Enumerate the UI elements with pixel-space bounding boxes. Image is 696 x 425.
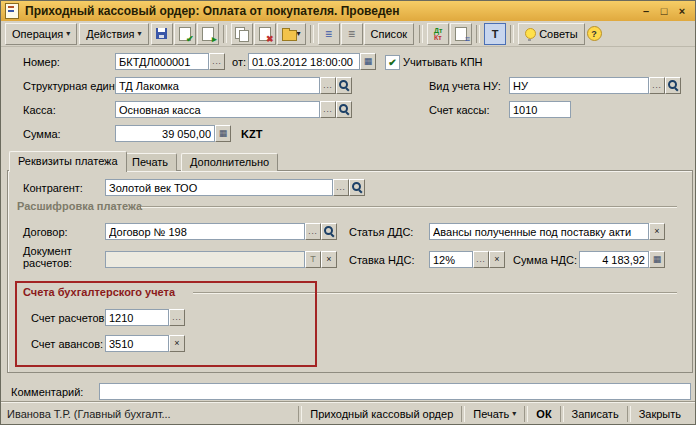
- counterparty-label: Контрагент:: [23, 182, 83, 194]
- contract-input[interactable]: [105, 223, 305, 240]
- breakdown-group-title: Расшифровка платежа: [17, 200, 142, 212]
- save-record-button[interactable]: Записать: [564, 408, 627, 420]
- save-icon: [156, 28, 167, 39]
- settlement-account-label: Счет расчетов:: [31, 312, 107, 324]
- vat-amount-input[interactable]: [579, 251, 649, 268]
- dds-item-input[interactable]: [429, 223, 649, 240]
- cashdesk-input[interactable]: [115, 101, 320, 118]
- settlement-doc-input[interactable]: [105, 251, 305, 268]
- cashdesk-ellipsis-button[interactable]: ...: [320, 101, 336, 118]
- maximize-button[interactable]: □: [655, 4, 673, 19]
- tips-label: Советы: [539, 28, 577, 40]
- lightbulb-icon: [525, 28, 536, 39]
- post-document-button[interactable]: ✔: [174, 23, 196, 45]
- advance-account-label: Счет авансов:: [31, 338, 103, 350]
- register-lines-icon: ≡: [465, 34, 470, 44]
- toolbar-separator: [223, 25, 227, 43]
- number-input[interactable]: [115, 53, 209, 70]
- advance-account-clear-button[interactable]: ×: [169, 335, 185, 352]
- delete-mark-button[interactable]: ✖: [254, 23, 276, 45]
- counterparty-input[interactable]: [105, 179, 333, 196]
- tab-payment-details[interactable]: Реквизиты платежа: [9, 151, 127, 172]
- magnifier-icon: [339, 104, 350, 115]
- contract-lookup-button[interactable]: [321, 223, 337, 240]
- close-form-button[interactable]: Закрыть: [631, 408, 689, 420]
- vat-rate-ellipsis-button[interactable]: ...: [473, 251, 489, 268]
- tips-button[interactable]: Советы: [518, 23, 584, 45]
- structural-unit-input[interactable]: [115, 77, 320, 94]
- post-and-close-button[interactable]: ▸: [197, 23, 219, 45]
- kpn-checkbox[interactable]: ✔: [385, 55, 400, 70]
- tax-accounting-lookup-button[interactable]: [665, 77, 681, 94]
- vat-amount-calculator-button[interactable]: ▦: [649, 251, 665, 268]
- document-window: Приходный кассовый ордер: Оплата от поку…: [0, 0, 696, 425]
- amount-calculator-button[interactable]: ▦: [215, 125, 231, 142]
- cashdesk-label: Касса:: [23, 104, 56, 116]
- cash-account-input[interactable]: [509, 101, 571, 118]
- advance-account-input[interactable]: [105, 335, 169, 352]
- list-button-label: Список: [371, 28, 408, 40]
- dds-item-clear-button[interactable]: ×: [649, 223, 665, 240]
- post-check-icon: ✔: [186, 34, 194, 44]
- list-icon: ≡: [325, 28, 332, 40]
- actions-menu-button[interactable]: Действия ▾: [79, 23, 148, 45]
- ok-button[interactable]: ОК: [528, 408, 559, 420]
- contract-ellipsis-button[interactable]: ...: [305, 223, 321, 240]
- operation-label: Операция: [12, 28, 63, 40]
- number-label: Номер:: [23, 56, 60, 68]
- vat-rate-input[interactable]: [429, 251, 473, 268]
- title-bar: Приходный кассовый ордер: Оплата от поку…: [1, 1, 695, 21]
- tab-print[interactable]: Печать: [123, 153, 177, 171]
- document-icon: [5, 3, 19, 19]
- toolbar-separator: [310, 25, 314, 43]
- magnifier-icon: [352, 182, 363, 193]
- close-button[interactable]: ×: [673, 4, 691, 19]
- vat-rate-clear-button[interactable]: ×: [489, 251, 505, 268]
- list-view-button[interactable]: ≡: [318, 23, 340, 45]
- comment-input[interactable]: [99, 383, 691, 400]
- structural-unit-lookup-button[interactable]: [336, 77, 352, 94]
- register-report-button[interactable]: ≡: [450, 23, 472, 45]
- copy-button[interactable]: [231, 23, 253, 45]
- cashdesk-lookup-button[interactable]: [336, 101, 352, 118]
- dtkt-postings-button[interactable]: Дт Кт: [427, 23, 449, 45]
- number-ellipsis-button[interactable]: ...: [209, 53, 225, 70]
- calendar-button[interactable]: ▦: [360, 53, 376, 70]
- operation-menu-button[interactable]: Операция ▾: [5, 23, 77, 45]
- print-button[interactable]: Печать ▾: [465, 408, 524, 420]
- settlement-doc-clear-button[interactable]: ×: [321, 251, 337, 268]
- save-button[interactable]: [151, 23, 173, 45]
- help-button[interactable]: ?: [587, 26, 602, 41]
- tax-accounting-input[interactable]: [509, 77, 649, 94]
- toolbar-separator: [476, 25, 480, 43]
- vat-rate-label: Ставка НДС:: [349, 254, 414, 266]
- structure-view-button[interactable]: ≡: [341, 23, 363, 45]
- amount-input[interactable]: [115, 125, 215, 142]
- breakdown-group-line: [141, 206, 677, 207]
- open-journal-button[interactable]: ▾: [277, 23, 306, 45]
- accounts-group-title: Счета бухгалтерского учета: [23, 286, 175, 298]
- contract-label: Договор:: [23, 226, 68, 238]
- counterparty-lookup-button[interactable]: [349, 179, 365, 196]
- date-input[interactable]: [248, 53, 360, 70]
- settlement-doc-label: Документ расчетов:: [23, 245, 103, 269]
- kpn-label: Учитывать КПН: [403, 56, 483, 68]
- toolbar-separator: [510, 25, 514, 43]
- structural-unit-ellipsis-button[interactable]: ...: [320, 77, 336, 94]
- toolbar-separator: [419, 25, 423, 43]
- chevron-down-icon: ▾: [297, 29, 301, 38]
- tab-additional[interactable]: Дополнительно: [181, 153, 278, 171]
- doc-type-button[interactable]: Приходный кассовый ордер: [302, 408, 461, 420]
- dds-item-label: Статья ДДС:: [349, 226, 413, 238]
- list-button[interactable]: Список: [364, 23, 415, 45]
- arrow-icon: ▸: [212, 34, 217, 44]
- cash-account-label: Счет кассы:: [429, 104, 490, 116]
- tax-accounting-ellipsis-button[interactable]: ...: [649, 77, 665, 94]
- template-toggle-button[interactable]: Т: [484, 23, 506, 45]
- counterparty-ellipsis-button[interactable]: ...: [333, 179, 349, 196]
- settlement-doc-type-button[interactable]: Т: [305, 251, 321, 268]
- settlement-account-ellipsis-button[interactable]: ...: [169, 309, 185, 326]
- toolbar: Операция ▾ Действия ▾ ✔ ▸ ✖ ▾ ≡ ≡ Список…: [1, 21, 695, 47]
- settlement-account-input[interactable]: [105, 309, 169, 326]
- minimize-button[interactable]: –: [637, 4, 655, 19]
